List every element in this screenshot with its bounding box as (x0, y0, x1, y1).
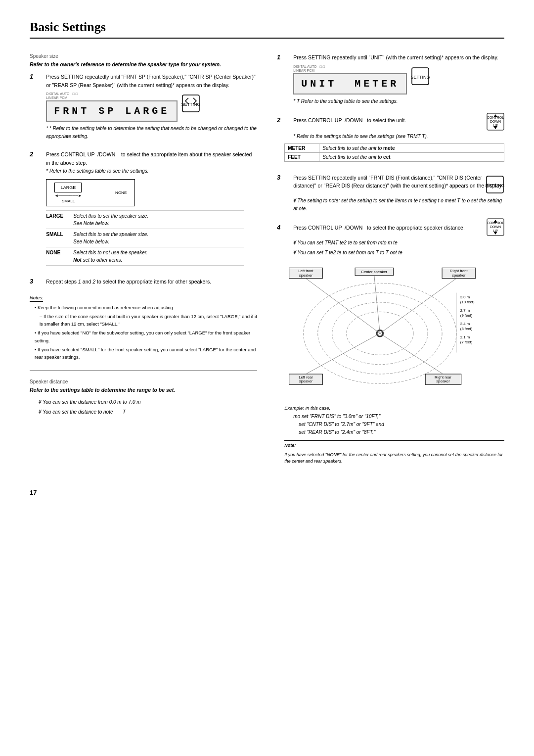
step3-right-text: Press SETTING repeatedly until "FRNT DIS… (293, 174, 504, 190)
speaker-size-table: LARGE Select this to set the speaker siz… (46, 210, 244, 266)
page-title: Basic Settings (30, 20, 504, 39)
svg-line-48 (374, 276, 380, 333)
control-icon-right-2: CONTROL DOWN UP (487, 113, 504, 131)
svg-text:speaker: speaker (452, 273, 466, 278)
table-row-none: NONE Select this to not use the speaker.… (46, 247, 244, 266)
display-small-left: DIGITAL AUTO □ □ (46, 92, 178, 95)
frnt-sp-display: FRNT SP LARGE (46, 100, 178, 122)
step1-right: 1 Press SETTING repeatedly until "UNIT" … (277, 53, 504, 107)
svg-text:SETTING: SETTING (411, 75, 430, 80)
svg-text:Left front: Left front (299, 269, 314, 273)
left-column: Speaker size Refer to the owner's refere… (30, 53, 257, 474)
svg-text:Left rear: Left rear (299, 375, 313, 379)
step4-sub1: ¥ You can set TRMT te2 te to set from mt… (293, 239, 504, 247)
step2-sub: * Refer to the settings table to see the… (46, 167, 257, 175)
step2-right: 2 Press CONTROL UP /DOWN to select the u… (277, 116, 504, 165)
page-number: 17 (30, 489, 504, 496)
step2-left-text: Press CONTROL UP /DOWN to select the app… (46, 150, 257, 167)
note-bottom: If you have selected "NONE" for the cent… (284, 452, 504, 465)
note-3: If you have selected "SMALL" for the fro… (35, 346, 257, 361)
table-row-large: LARGE Select this to set the speaker siz… (46, 210, 244, 229)
setting-icon-left: SETTING (181, 94, 200, 113)
svg-text:Center speaker: Center speaker (361, 270, 388, 274)
speaker-distance-label: Speaker distance (30, 379, 257, 384)
unit-table: METER Select this to set the unit to met… (284, 143, 504, 162)
speaker-diagram: Left front speaker Center speaker Right … (284, 262, 504, 400)
notes-title: Notes: (30, 294, 43, 302)
size-diagram: LARGE ◄───────► SMALL NONE (46, 179, 248, 206)
svg-text:Right rear: Right rear (435, 375, 451, 379)
svg-text:(7 feet): (7 feet) (460, 340, 473, 344)
step4-right: 4 Press CONTROL UP /DOWN to select the a… (277, 224, 504, 465)
step1-right-sub: * T Refer to the setting table to see th… (293, 97, 504, 105)
step3-left-number: 3 (30, 278, 33, 285)
svg-text:(9 feet): (9 feet) (460, 313, 473, 318)
svg-line-51 (380, 333, 444, 374)
svg-text:DOWN: DOWN (490, 225, 501, 229)
right-column: 1 Press SETTING repeatedly until "UNIT" … (277, 53, 504, 474)
step4-sub2: ¥ You can set T te2 te to set from om T … (293, 249, 504, 257)
meter-row: METER Select this to set the unit to met… (284, 143, 504, 152)
svg-text:speaker: speaker (299, 273, 313, 278)
step1-left: 1 Press SETTING repeatedly until "FRNT S… (30, 73, 257, 143)
unit-meter-display: UNIT METER (293, 73, 407, 94)
svg-text:2.4 m: 2.4 m (460, 322, 470, 326)
step3-right-sub: ¥ The setting to note: set the setting t… (293, 197, 504, 213)
note-2: If you have selected "NO" for the subwoo… (35, 329, 257, 344)
setting-icon-right: SETTING (411, 67, 430, 86)
svg-text:3.0 m: 3.0 m (460, 295, 470, 299)
svg-text:SETTING: SETTING (181, 102, 200, 107)
svg-marker-9 (493, 126, 497, 129)
step1-right-text: Press SETTING repeatedly until "UNIT" (w… (293, 53, 504, 62)
step1-left-sub: * * Refer to the setting table to determ… (46, 125, 257, 141)
svg-text:2.1 m: 2.1 m (460, 335, 470, 339)
speaker-distance-intro: Refer to the settings table to determine… (30, 386, 257, 394)
svg-text:(8 feet): (8 feet) (460, 327, 473, 331)
svg-line-49 (380, 279, 457, 333)
control-icon-right-4: CONTROL DOWN UP (487, 218, 504, 236)
distance-sub2: ¥ You can set the distance to note T (39, 408, 257, 416)
svg-text:(10 feet): (10 feet) (460, 300, 475, 304)
step2-right-sub: * Refer to the settings table to see the… (293, 133, 504, 141)
feet-row: FEET Select this to set the unit to eet (284, 152, 504, 162)
example-label: Example: In this case, (284, 405, 504, 411)
svg-text:SETTING: SETTING (486, 183, 504, 188)
step4-right-number: 4 (277, 224, 280, 231)
note-1a: If the size of the cone speaker unit bui… (40, 313, 257, 328)
svg-line-47 (306, 279, 380, 333)
step1-right-number: 1 (277, 53, 280, 61)
step2-left: 2 Press CONTROL UP /DOWN to select the a… (30, 150, 257, 270)
speaker-size-label: Speaker size (30, 53, 257, 59)
intro-text: Refer to the owner's reference to determ… (30, 61, 257, 69)
svg-text:Right front: Right front (450, 269, 468, 273)
svg-text:2.7 m: 2.7 m (460, 308, 470, 313)
setting-icon-right-3: SETTING (486, 175, 504, 194)
table-row-small: SMALL Select this to set the speaker siz… (46, 229, 244, 247)
display-small-right: DIGITAL AUTO□ □ (293, 65, 407, 68)
step3-left-text: Repeat steps 1 and 2 to select the appro… (46, 278, 211, 286)
section-divider (30, 371, 257, 371)
step2-left-number: 2 (30, 150, 33, 158)
svg-text:speaker: speaker (299, 379, 313, 383)
svg-text:DOWN: DOWN (490, 120, 501, 123)
note-1: Keep the following comment in mind as re… (35, 304, 257, 311)
example-details: mo set "FRNT DIS" to "3.0m" or "10FT," s… (293, 413, 504, 436)
step1-left-number: 1 (30, 73, 33, 80)
step3-left: 3 Repeat steps 1 and 2 to select the app… (30, 278, 257, 286)
step3-right-number: 3 (277, 174, 280, 181)
step3-right: 3 Press SETTING repeatedly until "FRNT D… (277, 174, 504, 215)
svg-text:speaker: speaker (437, 379, 450, 383)
step2-right-number: 2 (277, 116, 280, 124)
distance-sub1: ¥ You can set the distance from 0.0 m to… (39, 398, 257, 406)
notes-block: Notes: Keep the following comment in min… (30, 294, 257, 361)
step1-left-text: Press SETTING repeatedly until "FRNT SP … (46, 73, 257, 90)
svg-marker-17 (493, 232, 497, 235)
